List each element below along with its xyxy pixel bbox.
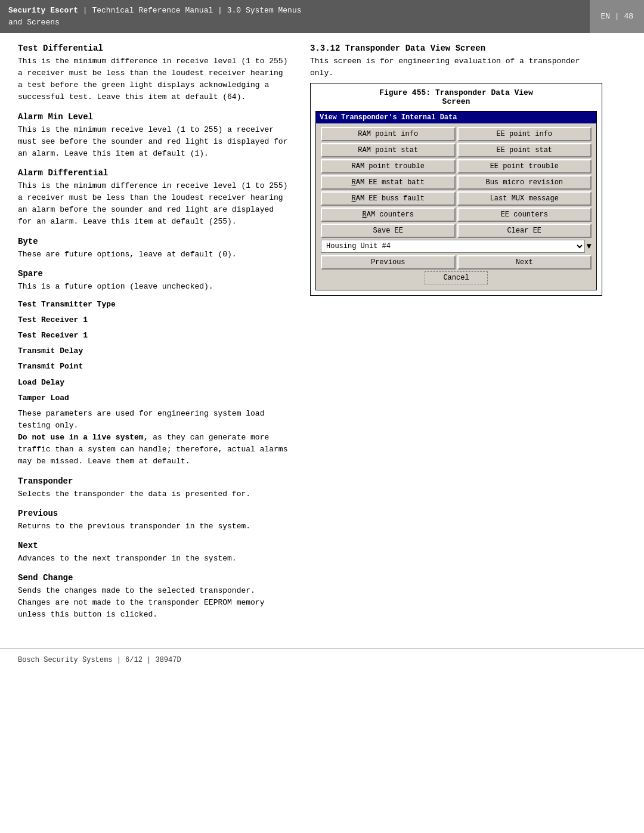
section-alarm-diff-heading: Alarm Differential [18,168,292,178]
right-column: 3.3.12 Transponder Data View Screen This… [310,44,602,624]
section-test-differential-heading: Test Differential [18,44,292,53]
button-row-1: RAM point info EE point info [321,127,592,141]
header-left: Security Escort | Technical Reference Ma… [0,0,310,33]
clear-ee-button[interactable]: Clear EE [457,224,592,238]
figure-box: Figure 455: Transponder Data View Screen… [310,83,602,296]
footer-text: Bosch Security Systems | 6/12 | 38947D [18,656,181,664]
section-transponder-heading: Transponder [18,476,292,486]
section-next-body: Advances to the next transponder in the … [18,553,292,565]
housing-unit-dropdown[interactable]: Housing Unit #1 Housing Unit #2 Housing … [321,240,585,253]
bus-micro-revision-button[interactable]: Bus micro revision [457,175,592,190]
prev-next-row: Previous Next [321,255,592,270]
button-row-6: RAM counters EE counters [321,208,592,222]
section-byte-body: These are future options, leave at defau… [18,249,292,261]
ram-ee-mstat-batt-button[interactable]: RAM EE mstat batt [321,175,456,190]
ram-point-info-button[interactable]: RAM point info [321,127,456,141]
dropdown-arrow-icon: ▼ [587,241,592,251]
button-row-2: RAM point stat EE point stat [321,143,592,157]
button-row-7: Save EE Clear EE [321,224,592,238]
header-subtitle: and Screens [8,18,60,27]
bold-list-item-7: Tamper Load [18,392,292,404]
section-spare-heading: Spare [18,269,292,278]
previous-button[interactable]: Previous [321,255,456,270]
last-mux-message-button[interactable]: Last MUX message [457,191,592,206]
bold-list-item-4: Transmit Delay [18,345,292,357]
bold-list-item-3: Test Receiver 1 [18,330,292,342]
button-row-5: RAM EE buss fault Last MUX message [321,191,592,206]
page-footer: Bosch Security Systems | 6/12 | 38947D [0,648,644,671]
section-byte-heading: Byte [18,237,292,246]
ram-counters-button[interactable]: RAM counters [321,208,456,222]
section-previous-body: Returns to the previous transponder in t… [18,521,292,532]
section-send-change-heading: Send Change [18,573,292,583]
bold-list-item-1: Test Transmitter Type [18,299,292,311]
widget-body: RAM point info EE point info RAM point s… [316,123,596,290]
bold-list-item-2: Test Receiver 1 [18,314,292,326]
save-ee-button[interactable]: Save EE [321,224,456,238]
section-next-heading: Next [18,541,292,550]
button-row-3: RAM point trouble EE point trouble [321,159,592,174]
ram-point-stat-button[interactable]: RAM point stat [321,143,456,157]
section-alarm-min-body: This is the minimum receive level (1 to … [18,124,292,160]
header-page-number: EN | 48 [590,0,644,33]
cancel-row: Cancel [321,271,592,284]
dropdown-row: Housing Unit #1 Housing Unit #2 Housing … [321,240,592,253]
ee-point-trouble-button[interactable]: EE point trouble [457,159,592,174]
bold-list-body: These parameters are used for engineerin… [18,408,292,468]
bold-list-item-5: Transmit Point [18,361,292,373]
bold-list-item-6: Load Delay [18,377,292,389]
section-send-change-body: Sends the changes made to the selected t… [18,585,292,621]
ee-point-info-button[interactable]: EE point info [457,127,592,141]
section-transponder-view-heading: 3.3.12 Transponder Data View Screen [310,44,602,53]
header-title: | Technical Reference Manual | 3.0 Syste… [78,6,301,15]
section-spare-body: This is a future option (leave unchecked… [18,281,292,293]
left-column: Test Differential This is the minimum di… [18,44,292,624]
figure-title: Figure 455: Transponder Data View Screen [315,88,597,106]
next-button[interactable]: Next [457,255,592,270]
section-transponder-body: Selects the transponder the data is pres… [18,488,292,500]
main-content: Test Differential This is the minimum di… [0,33,644,630]
button-row-4: RAM EE mstat batt Bus micro revision [321,175,592,190]
cancel-button[interactable]: Cancel [425,271,487,284]
bold-list: Test Transmitter Type Test Receiver 1 Te… [18,299,292,404]
ram-point-trouble-button[interactable]: RAM point trouble [321,159,456,174]
section-previous-heading: Previous [18,509,292,518]
transponder-widget: View Transponder's Internal Data RAM poi… [315,111,597,290]
ram-ee-buss-fault-button[interactable]: RAM EE buss fault [321,191,456,206]
ee-counters-button[interactable]: EE counters [457,208,592,222]
section-test-differential-body: This is the minimum difference in receiv… [18,55,292,104]
widget-title-bar: View Transponder's Internal Data [316,112,596,123]
section-alarm-min-heading: Alarm Min Level [18,112,292,122]
section-transponder-view-intro: This screen is for engineering evaluatio… [310,55,602,79]
page-header: Security Escort | Technical Reference Ma… [0,0,644,33]
section-alarm-diff-body: This is the minimum difference in receiv… [18,180,292,228]
ee-point-stat-button[interactable]: EE point stat [457,143,592,157]
header-product: Security Escort [8,6,78,15]
